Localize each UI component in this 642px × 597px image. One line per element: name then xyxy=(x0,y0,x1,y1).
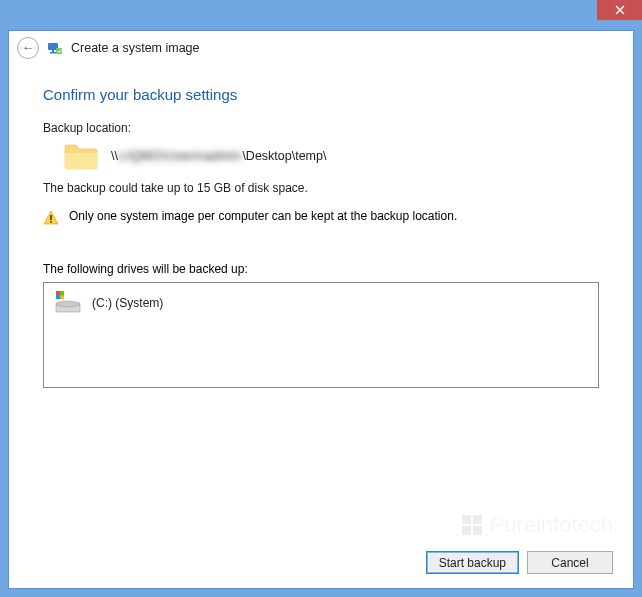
svg-rect-11 xyxy=(56,291,60,295)
backup-location-row: \\ LIQMO\Users\admin \Desktop\temp\ xyxy=(63,141,599,171)
backup-location-label: Backup location: xyxy=(43,121,599,135)
path-redacted: LIQMO\Users\admin xyxy=(119,149,241,163)
svg-rect-13 xyxy=(56,295,60,299)
system-drive-icon xyxy=(54,291,82,315)
svg-rect-6 xyxy=(50,215,52,220)
svg-rect-3 xyxy=(50,52,56,54)
svg-rect-15 xyxy=(462,515,471,524)
svg-rect-17 xyxy=(462,526,471,535)
page-heading: Confirm your backup settings xyxy=(43,86,599,103)
folder-icon xyxy=(63,141,99,171)
svg-rect-12 xyxy=(60,291,64,295)
backup-size-note: The backup could take up to 15 GB of dis… xyxy=(43,181,599,195)
path-prefix: \\ xyxy=(111,149,118,163)
content-area: Confirm your backup settings Backup loca… xyxy=(8,64,634,589)
drives-label: The following drives will be backed up: xyxy=(43,262,599,276)
warning-row: Only one system image per computer can b… xyxy=(43,209,599,226)
cancel-button[interactable]: Cancel xyxy=(527,551,613,574)
svg-rect-14 xyxy=(60,295,64,299)
titlebar xyxy=(0,0,642,30)
button-row: Start backup Cancel xyxy=(426,551,613,574)
start-backup-button[interactable]: Start backup xyxy=(426,551,519,574)
watermark: Pureinfotech xyxy=(461,512,613,538)
svg-rect-16 xyxy=(473,515,482,524)
wizard-title: Create a system image xyxy=(71,41,200,55)
drive-label: (C:) (System) xyxy=(92,296,163,310)
svg-rect-7 xyxy=(50,221,52,223)
system-image-icon xyxy=(47,40,63,56)
close-icon xyxy=(615,5,625,15)
warning-icon xyxy=(43,210,59,226)
watermark-text: Pureinfotech xyxy=(489,512,613,538)
drive-item: (C:) (System) xyxy=(54,291,588,315)
wizard-header: ← Create a system image xyxy=(8,30,634,64)
back-arrow-icon: ← xyxy=(22,41,35,54)
dialog-window: ← Create a system image Confirm your bac… xyxy=(0,0,642,597)
svg-rect-18 xyxy=(473,526,482,535)
drives-list: (C:) (System) xyxy=(43,282,599,388)
path-suffix: \Desktop\temp\ xyxy=(242,149,326,163)
backup-location-path: \\ LIQMO\Users\admin \Desktop\temp\ xyxy=(111,149,326,163)
svg-rect-4 xyxy=(52,50,54,52)
close-button[interactable] xyxy=(597,0,642,20)
back-button[interactable]: ← xyxy=(17,37,39,59)
svg-point-9 xyxy=(56,301,80,307)
warning-text: Only one system image per computer can b… xyxy=(69,209,457,223)
